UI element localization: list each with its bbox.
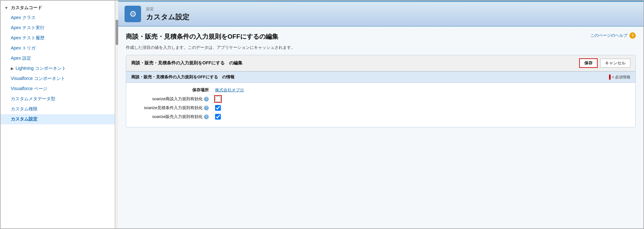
help-label: このページのヘルプ [590, 33, 627, 38]
card-actions: 保存 キャンセル [579, 58, 630, 68]
required-legend: = 必須情報 [609, 75, 630, 80]
checkbox-soarize-hanbai [215, 114, 221, 120]
edit-card: 商談・販売・見積条件の入力規則をOFFにする の編集 保存 キャンセル 商談・販… [126, 55, 636, 128]
field-label-group-0: soarize商談入力規則有効化 ? [132, 96, 209, 102]
header-subtitle: 設定 [146, 6, 189, 12]
card-header-title: 商談・販売・見積条件の入力規則をOFFにする の編集 [131, 60, 242, 66]
chevron-down-icon: ▼ [4, 6, 8, 10]
scrollbar-thumb [116, 20, 118, 45]
field-help-icon-1[interactable]: ? [204, 106, 209, 110]
checkbox-input-soarize-mitsumori[interactable] [215, 105, 221, 111]
sidebar-item-visualforce-page[interactable]: Visualforce ページ [1, 84, 115, 94]
field-row-soarize-mitsumori: soarize見積条件入力規則有効化 ? [132, 105, 629, 111]
main-content: ⚙ 設定 カスタム設定 このページのヘルプ ? 商談・販売・見積条件の入力規則を… [118, 1, 643, 228]
sidebar-item-custom-metadata[interactable]: カスタムメタデータ型 [1, 94, 115, 104]
sidebar-item-custom-permission[interactable]: カスタム権限 [1, 104, 115, 114]
page-title: カスタム設定 [146, 12, 189, 22]
field-help-icon-0[interactable]: ? [204, 97, 209, 101]
location-row: 保存場所 株式会社オプロ [132, 87, 629, 93]
sidebar-item-apex-test-run[interactable]: Apex テスト実行 [1, 23, 115, 33]
header-text: 設定 カスタム設定 [146, 6, 189, 22]
chevron-right-icon: ▶ [11, 66, 14, 71]
sidebar-item-visualforce-component[interactable]: Visualforce コンポーネント [1, 74, 115, 84]
field-label-1: soarize見積条件入力規則有効化 [144, 105, 203, 111]
sidebar-item-apex-test-history[interactable]: Apex テスト履歴 [1, 33, 115, 43]
cancel-button[interactable]: キャンセル [600, 59, 630, 68]
sidebar-item-apex-trigger[interactable]: Apex トリガ [1, 43, 115, 53]
field-label-group-2: soarize販売入力規則有効化 ? [132, 114, 209, 120]
field-label-2: soarize販売入力規則有効化 [152, 114, 203, 120]
sidebar-section-custom-code[interactable]: ▼ カスタムコード [1, 3, 115, 13]
form-body: 保存場所 株式会社オプロ soarize商談入力規則有効化 ? [126, 83, 635, 127]
sidebar-item-custom-settings[interactable]: カスタム設定 [1, 114, 115, 124]
field-row-soarize-hanbai: soarize販売入力規則有効化 ? [132, 114, 629, 120]
field-row-soarize-shondan: soarize商談入力規則有効化 ? [132, 96, 629, 102]
sidebar-section-label: カスタムコード [11, 5, 42, 11]
save-button[interactable]: 保存 [579, 58, 598, 68]
sidebar-item-apex-class[interactable]: Apex クラス [1, 13, 115, 23]
page-body: このページのヘルプ ? 商談・販売・見積条件の入力規則をOFFにするの編集 作成… [118, 27, 643, 228]
sidebar-item-apex-settings[interactable]: Apex 設定 [1, 53, 115, 63]
field-label-0: soarize商談入力規則有効化 [152, 96, 203, 102]
field-label-group-1: soarize見積条件入力規則有効化 ? [132, 105, 209, 111]
location-label: 保存場所 [132, 87, 209, 93]
info-section: 商談・販売・見積条件の入力規則をOFFにする の情報 = 必須情報 保存場所 株… [126, 71, 635, 127]
help-link[interactable]: このページのヘルプ ? [590, 32, 636, 39]
sidebar-item-lightning-component[interactable]: ▶ Lightning コンポーネント [1, 63, 115, 74]
sidebar: ▼ カスタムコード Apex クラス Apex テスト実行 Apex テスト履歴… [1, 1, 118, 228]
sidebar-scrollbar[interactable] [115, 1, 118, 228]
section-desc: 作成した項目の値を入力します。このデータは、アプリケーションにキャッシュされます… [126, 45, 636, 50]
checkbox-soarize-mitsumori [215, 105, 221, 111]
checkbox-input-soarize-shondan[interactable] [215, 96, 221, 102]
card-header: 商談・販売・見積条件の入力規則をOFFにする の編集 保存 キャンセル [126, 55, 635, 71]
info-section-header: 商談・販売・見積条件の入力規則をOFFにする の情報 = 必須情報 [126, 72, 635, 83]
page-header: ⚙ 設定 カスタム設定 [118, 2, 643, 27]
required-legend-text: = 必須情報 [612, 75, 630, 80]
settings-icon: ⚙ [125, 6, 141, 22]
location-value[interactable]: 株式会社オプロ [215, 87, 244, 93]
checkbox-soarize-shondan [215, 96, 221, 102]
field-help-icon-2[interactable]: ? [204, 115, 209, 119]
info-section-title: 商談・販売・見積条件の入力規則をOFFにする の情報 [131, 74, 234, 80]
checkbox-input-soarize-hanbai[interactable] [215, 114, 221, 120]
section-title: 商談・販売・見積条件の入力規則をOFFにするの編集 [126, 32, 636, 41]
required-bar-icon [609, 75, 611, 80]
help-icon: ? [629, 32, 636, 39]
